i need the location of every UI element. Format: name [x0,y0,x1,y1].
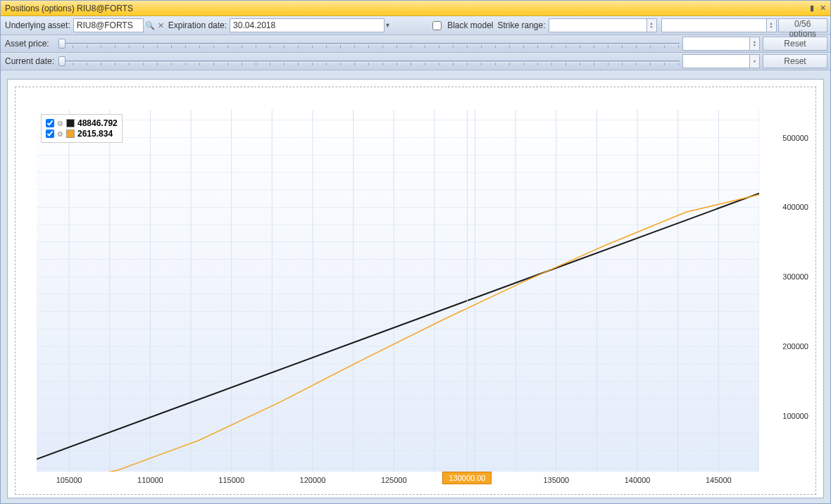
toolbar-main: Underlying asset: 🔍 ✕ Expiration date: ▼… [1,16,830,35]
legend-black-checkbox[interactable] [46,119,54,127]
x-tick: 140000 [625,476,651,484]
strike-range-spinner[interactable]: ▲▼ [647,18,657,32]
asset-price-row: Asset price: ▲▼ Reset [1,35,830,53]
x-tick: 120000 [300,476,326,484]
legend-row-orange: ⚙ 2615.834 [46,129,118,139]
legend-orange-checkbox[interactable] [46,130,54,138]
asset-price-reset-button[interactable]: Reset [763,37,827,51]
asset-price-label: Asset price: [5,39,54,49]
pin-icon[interactable]: ▮ [810,4,814,13]
y-axis: 100000200000300000400000500000 [766,110,808,472]
x-tick: 115000 [218,476,244,484]
y-tick: 100000 [782,412,808,420]
current-date-value-combo[interactable] [682,54,750,68]
x-axis: 1050001100001150001200001250001300001350… [37,476,759,490]
chevron-down-icon[interactable]: ▼ [385,22,393,29]
clear-icon[interactable]: ✕ [156,21,165,30]
current-date-slider[interactable] [58,55,680,68]
legend-black-swatch [66,119,75,127]
window-title: Positions (options) RIU8@FORTS [5,4,133,13]
x-tick: 110000 [137,476,163,484]
title-bar: Positions (options) RIU8@FORTS ▮ ✕ [1,1,830,16]
options-counter-button[interactable]: 0/56 options [778,18,827,32]
x-tick: 105000 [56,476,82,484]
gear-icon[interactable]: ⚙ [57,130,63,138]
strike-range-label: Strike range: [498,20,546,30]
asset-price-slider[interactable] [58,37,680,50]
legend-orange-value: 2615.834 [77,129,113,139]
x-tick: 125000 [381,476,407,484]
expiration-label: Expiration date: [168,20,227,30]
y-tick: 200000 [782,342,808,351]
gear-icon[interactable]: ⚙ [57,120,63,127]
extra-spinner[interactable]: ▲▼ [767,18,777,32]
chart-inner-frame: ⚙ 48846.792 ⚙ 2615.834 10000020000030000… [15,87,816,495]
extra-input[interactable] [661,18,767,32]
legend: ⚙ 48846.792 ⚙ 2615.834 [41,114,123,143]
current-date-reset-button[interactable]: Reset [763,54,827,68]
black-model-label: Black model [447,20,493,30]
y-tick: 300000 [782,272,808,281]
cursor-x-label: 130000.00 [442,472,492,484]
current-date-dropdown[interactable]: ▼ [750,54,760,68]
underlying-asset-input[interactable] [73,18,144,32]
plot-area[interactable]: ⚙ 48846.792 ⚙ 2615.834 [37,110,759,472]
y-tick: 400000 [782,203,808,211]
underlying-label: Underlying asset: [5,20,70,30]
legend-black-value: 48846.792 [77,118,118,128]
strike-range-input[interactable] [549,18,647,32]
asset-price-value-input[interactable] [682,37,750,51]
asset-price-spinner[interactable]: ▲▼ [750,37,760,51]
current-date-label: Current date: [5,56,54,66]
expiration-date-combo[interactable] [230,18,385,32]
chart-panel: ⚙ 48846.792 ⚙ 2615.834 10000020000030000… [7,79,824,498]
close-icon[interactable]: ✕ [820,4,826,13]
y-tick: 500000 [782,134,808,142]
current-date-row: Current date: ▼ Reset [1,53,830,70]
legend-orange-swatch [66,130,75,138]
search-icon[interactable]: 🔍 [144,21,156,30]
x-tick: 135000 [543,476,569,484]
black-model-checkbox[interactable] [432,21,442,30]
x-tick: 145000 [706,476,732,484]
legend-row-black: ⚙ 48846.792 [46,118,118,128]
